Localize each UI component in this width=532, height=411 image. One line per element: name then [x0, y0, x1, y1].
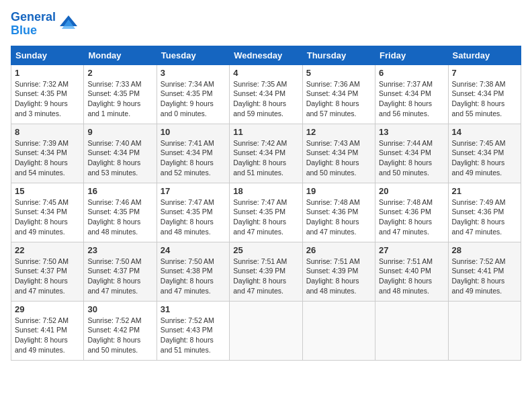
day-of-week-header: Friday	[375, 46, 448, 64]
calendar-cell: 14 Sunrise: 7:45 AMSunset: 4:34 PMDaylig…	[448, 124, 521, 183]
calendar-cell	[302, 301, 375, 360]
calendar-cell: 25 Sunrise: 7:51 AMSunset: 4:39 PMDaylig…	[230, 242, 302, 301]
calendar-cell: 29 Sunrise: 7:52 AMSunset: 4:41 PMDaylig…	[11, 301, 84, 360]
day-info: Sunrise: 7:52 AMSunset: 4:41 PMDaylight:…	[15, 316, 69, 354]
calendar-cell: 7 Sunrise: 7:38 AMSunset: 4:34 PMDayligh…	[448, 64, 521, 124]
day-number: 27	[379, 245, 444, 255]
day-info: Sunrise: 7:45 AMSunset: 4:34 PMDaylight:…	[15, 198, 69, 236]
day-info: Sunrise: 7:52 AMSunset: 4:41 PMDaylight:…	[452, 257, 506, 295]
calendar-cell: 22 Sunrise: 7:50 AMSunset: 4:37 PMDaylig…	[11, 242, 84, 301]
day-info: Sunrise: 7:48 AMSunset: 4:36 PMDaylight:…	[379, 198, 433, 236]
day-number: 28	[452, 245, 517, 255]
day-number: 19	[306, 186, 371, 196]
day-info: Sunrise: 7:36 AMSunset: 4:34 PMDaylight:…	[306, 80, 360, 118]
calendar-cell: 20 Sunrise: 7:48 AMSunset: 4:36 PMDaylig…	[375, 183, 448, 242]
day-number: 7	[452, 68, 517, 78]
day-info: Sunrise: 7:46 AMSunset: 4:35 PMDaylight:…	[87, 198, 141, 236]
calendar-week-row: 29 Sunrise: 7:52 AMSunset: 4:41 PMDaylig…	[11, 301, 521, 360]
day-number: 25	[233, 245, 298, 255]
calendar-cell: 11 Sunrise: 7:42 AMSunset: 4:34 PMDaylig…	[230, 124, 302, 183]
calendar-cell: 23 Sunrise: 7:50 AMSunset: 4:37 PMDaylig…	[84, 242, 157, 301]
calendar-cell: 21 Sunrise: 7:49 AMSunset: 4:36 PMDaylig…	[448, 183, 521, 242]
day-number: 4	[233, 68, 298, 78]
day-number: 26	[306, 245, 371, 255]
day-info: Sunrise: 7:52 AMSunset: 4:43 PMDaylight:…	[161, 316, 214, 354]
calendar-cell: 1 Sunrise: 7:32 AMSunset: 4:35 PMDayligh…	[11, 64, 84, 124]
day-number: 5	[306, 68, 371, 78]
calendar-cell	[230, 301, 302, 360]
calendar-cell: 30 Sunrise: 7:52 AMSunset: 4:42 PMDaylig…	[84, 301, 157, 360]
day-info: Sunrise: 7:51 AMSunset: 4:40 PMDaylight:…	[379, 257, 433, 295]
calendar-cell: 10 Sunrise: 7:41 AMSunset: 4:34 PMDaylig…	[157, 124, 229, 183]
day-number: 2	[87, 68, 152, 78]
day-number: 24	[161, 245, 226, 255]
day-of-week-header: Thursday	[302, 46, 375, 64]
day-info: Sunrise: 7:40 AMSunset: 4:34 PMDaylight:…	[87, 139, 141, 177]
day-info: Sunrise: 7:33 AMSunset: 4:35 PMDaylight:…	[87, 80, 141, 118]
day-info: Sunrise: 7:47 AMSunset: 4:35 PMDaylight:…	[161, 198, 214, 236]
day-number: 16	[87, 186, 152, 196]
day-number: 23	[87, 245, 152, 255]
day-info: Sunrise: 7:50 AMSunset: 4:37 PMDaylight:…	[87, 257, 141, 295]
day-number: 21	[452, 186, 517, 196]
calendar-week-row: 1 Sunrise: 7:32 AMSunset: 4:35 PMDayligh…	[11, 64, 521, 124]
calendar-body: 1 Sunrise: 7:32 AMSunset: 4:35 PMDayligh…	[11, 64, 521, 360]
day-info: Sunrise: 7:51 AMSunset: 4:39 PMDaylight:…	[306, 257, 360, 295]
calendar-cell: 9 Sunrise: 7:40 AMSunset: 4:34 PMDayligh…	[84, 124, 157, 183]
page-header: GeneralBlue	[11, 11, 521, 38]
calendar-cell: 2 Sunrise: 7:33 AMSunset: 4:35 PMDayligh…	[84, 64, 157, 124]
day-number: 31	[161, 304, 226, 314]
calendar-cell: 18 Sunrise: 7:47 AMSunset: 4:35 PMDaylig…	[230, 183, 302, 242]
calendar-cell: 28 Sunrise: 7:52 AMSunset: 4:41 PMDaylig…	[448, 242, 521, 301]
day-info: Sunrise: 7:37 AMSunset: 4:34 PMDaylight:…	[379, 80, 433, 118]
day-info: Sunrise: 7:41 AMSunset: 4:34 PMDaylight:…	[161, 139, 214, 177]
day-of-week-header: Saturday	[448, 46, 521, 64]
calendar-table: SundayMondayTuesdayWednesdayThursdayFrid…	[11, 46, 521, 361]
day-info: Sunrise: 7:52 AMSunset: 4:42 PMDaylight:…	[87, 316, 141, 354]
calendar-week-row: 15 Sunrise: 7:45 AMSunset: 4:34 PMDaylig…	[11, 183, 521, 242]
calendar-cell	[448, 301, 521, 360]
day-of-week-header: Monday	[84, 46, 157, 64]
day-number: 18	[233, 186, 298, 196]
calendar-cell: 6 Sunrise: 7:37 AMSunset: 4:34 PMDayligh…	[375, 64, 448, 124]
day-number: 1	[15, 68, 80, 78]
day-info: Sunrise: 7:50 AMSunset: 4:38 PMDaylight:…	[161, 257, 214, 295]
calendar-cell: 17 Sunrise: 7:47 AMSunset: 4:35 PMDaylig…	[157, 183, 229, 242]
day-number: 3	[161, 68, 226, 78]
calendar-cell: 15 Sunrise: 7:45 AMSunset: 4:34 PMDaylig…	[11, 183, 84, 242]
day-info: Sunrise: 7:42 AMSunset: 4:34 PMDaylight:…	[233, 139, 287, 177]
calendar-cell: 12 Sunrise: 7:43 AMSunset: 4:34 PMDaylig…	[302, 124, 375, 183]
calendar-week-row: 8 Sunrise: 7:39 AMSunset: 4:34 PMDayligh…	[11, 124, 521, 183]
day-info: Sunrise: 7:47 AMSunset: 4:35 PMDaylight:…	[233, 198, 287, 236]
day-number: 8	[15, 127, 80, 137]
logo-text: GeneralBlue	[11, 11, 56, 38]
calendar-week-row: 22 Sunrise: 7:50 AMSunset: 4:37 PMDaylig…	[11, 242, 521, 301]
calendar-header-row: SundayMondayTuesdayWednesdayThursdayFrid…	[11, 46, 521, 64]
day-info: Sunrise: 7:35 AMSunset: 4:34 PMDaylight:…	[233, 80, 287, 118]
day-info: Sunrise: 7:49 AMSunset: 4:36 PMDaylight:…	[452, 198, 506, 236]
calendar-cell: 8 Sunrise: 7:39 AMSunset: 4:34 PMDayligh…	[11, 124, 84, 183]
day-info: Sunrise: 7:38 AMSunset: 4:34 PMDaylight:…	[452, 80, 506, 118]
calendar-cell: 27 Sunrise: 7:51 AMSunset: 4:40 PMDaylig…	[375, 242, 448, 301]
day-number: 9	[87, 127, 152, 137]
day-number: 22	[15, 245, 80, 255]
day-number: 29	[15, 304, 80, 314]
calendar-cell: 13 Sunrise: 7:44 AMSunset: 4:34 PMDaylig…	[375, 124, 448, 183]
logo-icon	[58, 14, 79, 34]
day-number: 11	[233, 127, 298, 137]
logo: GeneralBlue	[11, 11, 79, 38]
day-number: 15	[15, 186, 80, 196]
day-info: Sunrise: 7:44 AMSunset: 4:34 PMDaylight:…	[379, 139, 433, 177]
day-number: 14	[452, 127, 517, 137]
calendar-cell: 5 Sunrise: 7:36 AMSunset: 4:34 PMDayligh…	[302, 64, 375, 124]
day-number: 20	[379, 186, 444, 196]
day-info: Sunrise: 7:45 AMSunset: 4:34 PMDaylight:…	[452, 139, 506, 177]
day-of-week-header: Tuesday	[157, 46, 229, 64]
day-number: 6	[379, 68, 444, 78]
calendar-cell: 19 Sunrise: 7:48 AMSunset: 4:36 PMDaylig…	[302, 183, 375, 242]
day-number: 10	[161, 127, 226, 137]
calendar-cell: 4 Sunrise: 7:35 AMSunset: 4:34 PMDayligh…	[230, 64, 302, 124]
day-info: Sunrise: 7:51 AMSunset: 4:39 PMDaylight:…	[233, 257, 287, 295]
day-info: Sunrise: 7:43 AMSunset: 4:34 PMDaylight:…	[306, 139, 360, 177]
calendar-cell: 3 Sunrise: 7:34 AMSunset: 4:35 PMDayligh…	[157, 64, 229, 124]
